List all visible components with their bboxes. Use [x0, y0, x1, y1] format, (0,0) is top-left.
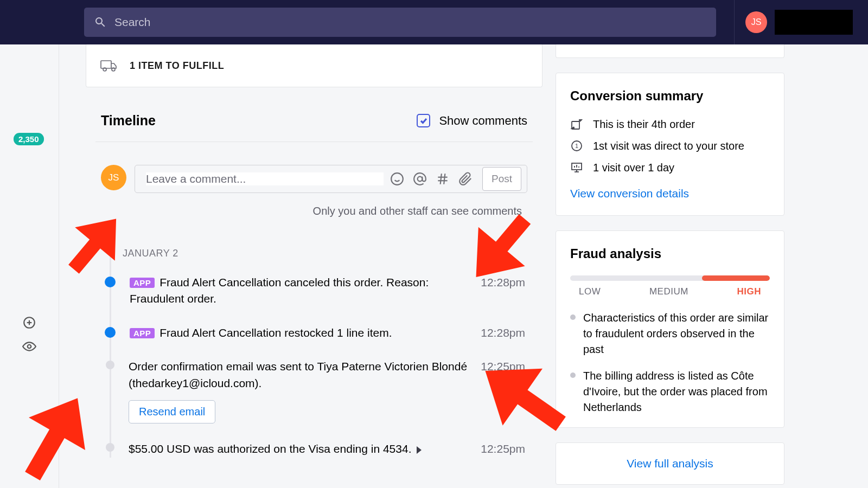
fulfill-card: 1 ITEM TO FULFILL — [86, 44, 542, 87]
timeline-dot-icon — [105, 277, 116, 287]
timeline-time: 12:28pm — [481, 325, 525, 341]
conversion-summary-card: Conversion summary This is their 4th ord… — [556, 73, 784, 216]
timeline-text: APP Fraud Alert Cancellation canceled th… — [130, 274, 471, 307]
svg-rect-4 — [101, 61, 111, 68]
repeat-icon — [570, 118, 583, 131]
timeline-item: Order confirmation email was sent to Tiy… — [95, 358, 533, 441]
summary-row: 1 visit over 1 day — [570, 161, 770, 174]
fraud-point: Characteristics of this order are simila… — [570, 310, 770, 357]
card-title: Fraud analysis — [570, 246, 770, 261]
show-comments-toggle[interactable]: Show comments — [417, 114, 527, 128]
timeline-dot-icon — [106, 361, 114, 369]
timeline-item: APP Fraud Alert Cancellation restocked 1… — [95, 325, 533, 358]
timeline-date: JANUARY 2 — [95, 235, 533, 274]
chevron-right-icon — [417, 446, 422, 454]
timeline: Timeline Show comments JS — [86, 102, 542, 458]
fraud-full-analysis-card: View full analysis — [556, 442, 784, 485]
summary-row: This is their 4th order — [570, 118, 770, 131]
eye-icon[interactable] — [22, 339, 36, 354]
smile-icon[interactable] — [390, 172, 404, 186]
timeline-text: $55.00 USD was authorized on the Visa en… — [129, 441, 471, 457]
summary-row: 1 1st visit was direct to your store — [570, 139, 770, 152]
presentation-icon — [570, 161, 583, 174]
redacted-name — [775, 10, 853, 35]
bullet-icon — [570, 373, 576, 378]
timeline-text: APP Fraud Alert Cancellation restocked 1… — [130, 325, 471, 341]
timeline-item: APP Fraud Alert Cancellation canceled th… — [95, 274, 533, 325]
side-card-fragment — [556, 44, 784, 58]
timeline-title: Timeline — [101, 113, 156, 129]
checkbox-checked-icon — [417, 114, 430, 127]
fraud-risk-bar — [570, 275, 770, 281]
conversion-details-link[interactable]: View conversion details — [570, 187, 689, 200]
fraud-analysis-card: Fraud analysis LOW MEDIUM HIGH Character… — [556, 230, 784, 428]
mention-icon[interactable] — [413, 172, 427, 186]
timeline-text: Order confirmation email was sent to Tiy… — [129, 358, 471, 423]
post-button[interactable]: Post — [482, 167, 521, 191]
resend-email-button[interactable]: Resend email — [129, 400, 215, 423]
user-avatar[interactable]: JS — [745, 11, 767, 33]
topbar: JS — [0, 0, 868, 44]
timeline-dot-icon — [105, 327, 116, 338]
search-icon — [94, 16, 107, 29]
timeline-time: 12:25pm — [481, 441, 525, 457]
view-full-analysis-link[interactable]: View full analysis — [627, 457, 713, 470]
commenter-avatar: JS — [101, 165, 126, 190]
search-bar[interactable] — [84, 8, 716, 37]
plus-circle-icon[interactable] — [22, 316, 36, 330]
svg-point-7 — [391, 173, 403, 185]
fraud-labels: LOW MEDIUM HIGH — [570, 286, 770, 297]
timeline-time: 12:25pm — [481, 358, 525, 423]
fraud-point: The billing address is listed as Côte d'… — [570, 368, 770, 415]
direct-icon: 1 — [570, 139, 583, 152]
app-tag: APP — [130, 278, 155, 288]
svg-line-13 — [441, 174, 442, 184]
comment-input[interactable] — [146, 172, 384, 185]
show-comments-label: Show comments — [439, 114, 527, 128]
comment-helper-text: Only you and other staff can see comment… — [95, 201, 533, 217]
app-tag: APP — [130, 328, 155, 338]
svg-point-10 — [418, 177, 423, 182]
timeline-item[interactable]: $55.00 USD was authorized on the Visa en… — [95, 441, 533, 457]
count-badge: 2,350 — [14, 133, 44, 145]
svg-text:1: 1 — [575, 143, 578, 149]
card-title: Conversion summary — [570, 88, 770, 104]
fulfill-text: 1 ITEM TO FULFILL — [130, 60, 224, 72]
attach-icon[interactable] — [458, 172, 473, 186]
comment-input-wrap[interactable]: Post — [135, 165, 527, 193]
search-input[interactable] — [114, 16, 706, 29]
hash-icon[interactable] — [436, 172, 450, 186]
left-rail: 2,350 — [0, 44, 59, 488]
timeline-time: 12:28pm — [481, 274, 525, 307]
topbar-right: JS — [734, 0, 853, 44]
truck-icon — [100, 59, 118, 73]
fraud-risk-fill — [702, 275, 770, 281]
svg-line-14 — [444, 174, 445, 184]
bullet-icon — [570, 314, 576, 320]
svg-point-3 — [28, 345, 31, 349]
timeline-dot-icon — [106, 443, 114, 452]
